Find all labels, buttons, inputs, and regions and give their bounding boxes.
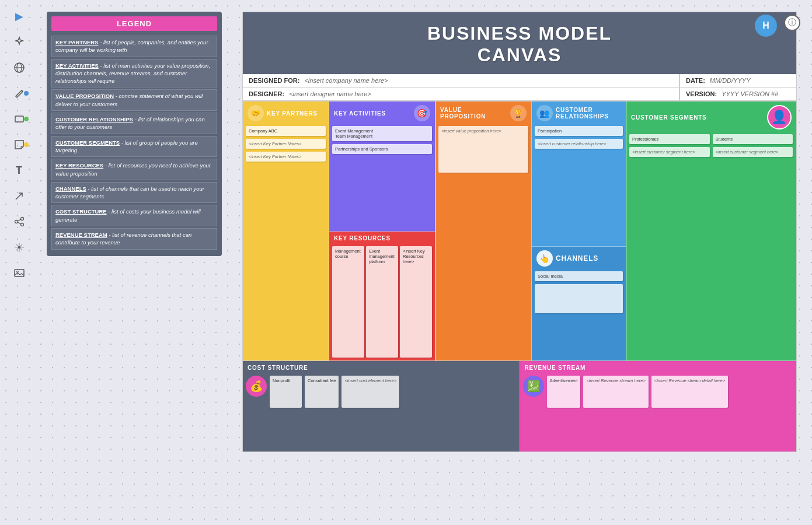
bmc-bottom-section: COST STRUCTURE 💰 Nonprofit Consultant fe…: [243, 361, 796, 452]
canvas-title: BUSINESS MODEL CANVAS: [249, 23, 790, 66]
channels-body: Social media: [532, 268, 626, 360]
revenue-icon: 💹: [523, 376, 544, 397]
legend-item-channels: CHANNELS - list of channels that can be …: [51, 182, 217, 204]
customer-segments-note-3[interactable]: <insert customer segment here>: [629, 147, 710, 157]
svg-point-10: [18, 246, 20, 249]
cost-structure-header: COST STRUCTURE: [243, 361, 520, 373]
key-partners-note-3[interactable]: <insert Key Partner Notes>: [246, 152, 326, 162]
legend-item-revenue-stream: REVENUE STREAM - list of revenue channel…: [51, 228, 217, 250]
revenue-stream-body: 💹 Advertisement <insert Revenue stream h…: [520, 373, 797, 452]
value-proposition-body: <insert value proposition here>: [435, 123, 531, 360]
key-resources-note-1[interactable]: Management course: [332, 246, 364, 358]
value-proposition-header: VALUE PROPOSITION 🏆: [435, 102, 531, 123]
svg-point-12: [16, 271, 18, 273]
key-resources-header: KEY RESOURCES: [329, 232, 435, 243]
revenue-note-2[interactable]: <insert Revenue stream here>: [583, 376, 648, 408]
customer-segments-avatar-icon: 👤: [767, 105, 792, 130]
meta-row-2: DESIGNER: <insert designer name here> VE…: [243, 88, 796, 101]
key-resources-body: Management course Event management platf…: [329, 243, 435, 361]
info-button[interactable]: ⓘ: [784, 15, 800, 31]
revenue-note-1[interactable]: Advertisement: [547, 376, 581, 408]
magic-icon[interactable]: [9, 32, 30, 52]
bmc-main-section: 🤝 KEY PARTNERS Company ABC <insert Key P…: [243, 102, 796, 361]
arrow-icon[interactable]: [9, 186, 30, 206]
revenue-stream-header: REVENUE STREAM: [520, 361, 797, 373]
designer-cell[interactable]: DESIGNER: <insert designer name here>: [243, 88, 679, 100]
pencil-icon[interactable]: [9, 83, 30, 104]
legend-item-key-activities: KEY ACTIVITIES - list of main activities…: [51, 59, 217, 88]
customer-segments-header: CUSTOMER SEGMENTS 👤: [626, 102, 796, 131]
version-cell[interactable]: VERSION: YYYY VERSION ##: [679, 88, 796, 100]
key-resources-note-2[interactable]: Event management platform: [366, 246, 398, 358]
key-activities-body: Event ManagementTeam Management Partners…: [329, 123, 435, 231]
revenue-note-3[interactable]: <insert Revenue stream detail here>: [651, 376, 728, 408]
key-partners-note-1[interactable]: Company ABC: [246, 126, 326, 136]
value-proposition-note-1[interactable]: <insert value proposition here>: [438, 126, 528, 173]
cost-note-3[interactable]: <insert cost element here>: [341, 376, 399, 408]
svg-rect-3: [15, 116, 23, 122]
cost-icon: 💰: [246, 376, 267, 397]
svg-rect-11: [15, 270, 24, 276]
date-cell[interactable]: DATE: MM/DD/YYYY: [679, 74, 796, 87]
customer-relationships-body: Participation <insert customer relations…: [532, 123, 626, 246]
customer-relationships-header: 👥 CUSTOMER RELATIONSHIPS: [532, 102, 626, 123]
cost-note-2[interactable]: Consultant fee: [305, 376, 339, 408]
key-partners-header: 🤝 KEY PARTNERS: [243, 102, 329, 123]
svg-point-6: [20, 218, 23, 220]
svg-point-7: [20, 223, 23, 226]
legend-item-key-partners: KEY PARTNERS - list of people, companies…: [51, 36, 217, 57]
image-icon[interactable]: [9, 262, 30, 284]
customer-relationships-icon: 👥: [536, 105, 553, 121]
key-activities-section[interactable]: KEY ACTIVITIES 🎯 Event ManagementTeam Ma…: [329, 102, 435, 232]
customer-rel-note-2[interactable]: <insert customer relationship here>: [535, 139, 623, 149]
key-partners-note-2[interactable]: <insert Key Partner Notes>: [246, 139, 326, 149]
svg-line-8: [18, 219, 20, 221]
legend-item-customer-segments: CUSTOMER SEGMENTS - list of group of peo…: [51, 136, 217, 158]
sticky-note-icon[interactable]: [9, 134, 30, 155]
cost-note-1[interactable]: Nonprofit: [270, 376, 302, 408]
cost-structure-body: 💰 Nonprofit Consultant fee <insert cost …: [243, 373, 520, 452]
meta-row-1: DESIGNED FOR: <insert company name here>…: [243, 74, 796, 88]
play-icon[interactable]: ▶: [9, 6, 30, 27]
text-icon[interactable]: T: [9, 160, 30, 181]
designed-for-cell[interactable]: DESIGNED FOR: <insert company name here>: [243, 74, 679, 87]
customer-segments-note-1[interactable]: Professionals: [629, 134, 710, 144]
legend-panel: LEGEND KEY PARTNERS - list of people, co…: [47, 12, 222, 256]
cost-structure-section[interactable]: COST STRUCTURE 💰 Nonprofit Consultant fe…: [243, 361, 520, 452]
key-activities-icon: 🎯: [414, 105, 430, 121]
key-partners-section[interactable]: 🤝 KEY PARTNERS Company ABC <insert Key P…: [243, 102, 329, 360]
channels-section[interactable]: 👆 CHANNELS Social media: [532, 247, 626, 360]
rectangle-icon[interactable]: [9, 108, 30, 130]
value-proposition-section[interactable]: VALUE PROPOSITION 🏆 <insert value propos…: [435, 102, 532, 360]
customer-segments-section[interactable]: CUSTOMER SEGMENTS 👤 Professionals Studen…: [626, 102, 796, 360]
customer-segments-note-2[interactable]: Students: [713, 134, 793, 144]
flow-icon[interactable]: [9, 211, 30, 232]
key-activities-note-2[interactable]: Partnerships and Sponsors: [332, 144, 432, 154]
legend-item-cost-structure: COST STRUCTURE - list of costs your busi…: [51, 205, 217, 226]
meta-section: DESIGNED FOR: <insert company name here>…: [243, 74, 796, 102]
customer-rel-note-1[interactable]: Participation: [535, 126, 623, 136]
svg-point-5: [15, 220, 18, 223]
key-resources-section[interactable]: KEY RESOURCES Management course Event ma…: [329, 232, 435, 361]
customer-segments-note-4[interactable]: <insert customer segment here>: [713, 147, 793, 157]
bmc-grid: 🤝 KEY PARTNERS Company ABC <insert Key P…: [243, 102, 796, 452]
key-activities-note-1[interactable]: Event ManagementTeam Management: [332, 126, 432, 141]
revenue-stream-section[interactable]: REVENUE STREAM 💹 Advertisement <insert R…: [520, 361, 797, 452]
globe-icon[interactable]: [9, 57, 30, 78]
user-avatar[interactable]: H: [755, 15, 777, 37]
customer-segments-body: Professionals Students <insert customer …: [626, 131, 796, 360]
canvas-header: BUSINESS MODEL CANVAS: [243, 12, 796, 74]
key-partners-body: Company ABC <insert Key Partner Notes> <…: [243, 123, 329, 360]
bmc-canvas: BUSINESS MODEL CANVAS DESIGNED FOR: <ins…: [242, 12, 797, 452]
key-resources-note-3[interactable]: <insert Key Resources here>: [400, 246, 432, 358]
legend-item-customer-relationships: CUSTOMER RELATIONSHIPS - list of relatio…: [51, 113, 217, 134]
svg-line-9: [18, 222, 20, 224]
legend-item-key-resources: KEY RESOURCES - list of resources you ne…: [51, 159, 217, 180]
channels-note-1[interactable]: Social media: [535, 271, 623, 281]
legend-title: LEGEND: [51, 16, 217, 31]
customer-relationships-section[interactable]: 👥 CUSTOMER RELATIONSHIPS Participation <…: [532, 102, 626, 247]
value-proposition-icon: 🏆: [510, 105, 527, 121]
channels-note-2[interactable]: [535, 284, 623, 313]
channels-header: 👆 CHANNELS: [532, 247, 626, 268]
sparkle-icon[interactable]: [9, 237, 30, 258]
